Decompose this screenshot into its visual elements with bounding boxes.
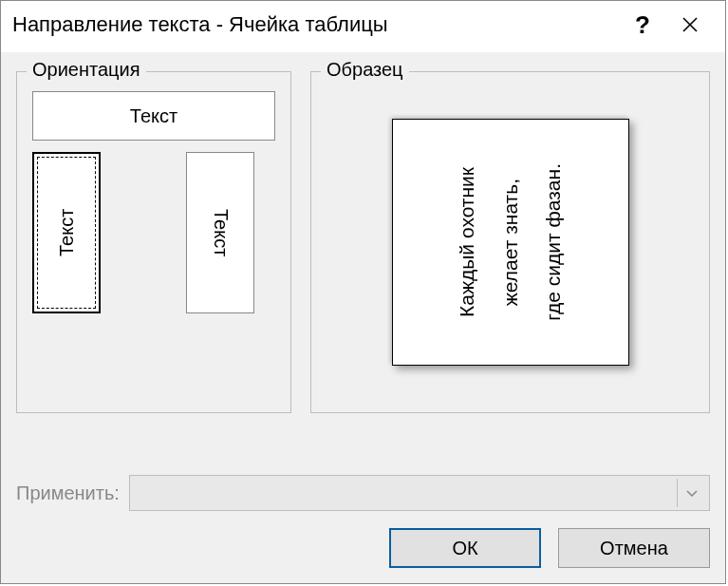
orientation-vertical-right[interactable]: Текст (186, 152, 254, 313)
preview-box: Каждый охотник желает знать, где сидит ф… (392, 119, 629, 366)
apply-label: Применить: (16, 482, 120, 504)
dialog-title: Направление текста - Ячейка таблицы (12, 12, 619, 37)
groups-row: Ориентация Текст Текст Текст Образец Каж… (16, 58, 710, 458)
orientation-legend: Ориентация (27, 59, 146, 81)
help-button[interactable]: ? (619, 7, 666, 43)
titlebar: Направление текста - Ячейка таблицы ? (1, 1, 725, 52)
close-icon (681, 16, 699, 33)
orientation-vertical-left[interactable]: Текст (32, 152, 101, 313)
text-direction-dialog: Направление текста - Ячейка таблицы ? Ор… (0, 0, 726, 584)
cancel-button[interactable]: Отмена (558, 528, 710, 568)
close-button[interactable] (666, 7, 714, 43)
orientation-vertical-right-label: Текст (210, 209, 232, 256)
cancel-button-label: Отмена (600, 538, 668, 559)
ok-button-label: ОК (452, 538, 477, 559)
apply-combobox[interactable] (129, 475, 710, 511)
orientation-group: Ориентация Текст Текст Текст (16, 71, 291, 413)
orientation-horizontal[interactable]: Текст (32, 91, 275, 141)
preview-line-1: Каждый охотник (451, 167, 483, 317)
preview-line-3: где сидит фазан. (537, 163, 569, 321)
buttons-row: ОК Отмена (16, 528, 710, 568)
apply-row: Применить: (16, 475, 710, 511)
preview-line-2: желает знать, (495, 179, 527, 306)
orientation-vertical-row: Текст Текст (32, 152, 275, 313)
chevron-down-icon (677, 479, 705, 507)
orientation-vertical-left-label: Текст (56, 209, 78, 256)
orientation-horizontal-label: Текст (130, 105, 177, 127)
preview-group: Образец Каждый охотник желает знать, где… (310, 71, 710, 413)
preview-legend: Образец (321, 59, 409, 81)
dialog-body: Ориентация Текст Текст Текст Образец Каж… (1, 52, 725, 583)
ok-button[interactable]: ОК (389, 528, 541, 568)
